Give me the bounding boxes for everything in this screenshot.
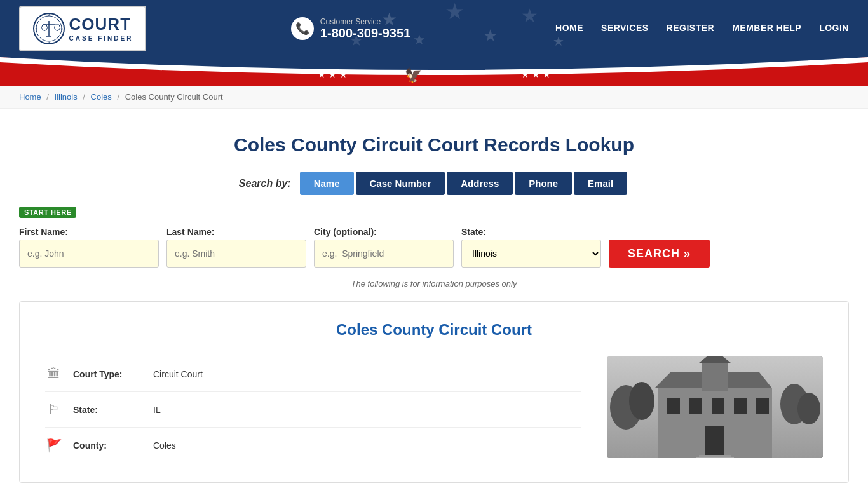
nav-member-help[interactable]: MEMBER HELP <box>732 23 801 34</box>
court-county-icon: 🚩 <box>45 438 63 453</box>
tab-name[interactable]: Name <box>300 172 354 195</box>
first-name-group: First Name: <box>19 227 159 268</box>
court-image <box>607 356 823 458</box>
court-info-title: Coles County Circuit Court <box>45 321 823 339</box>
last-name-label: Last Name: <box>166 227 306 237</box>
svg-text:★: ★ <box>553 34 564 48</box>
search-button[interactable]: SEARCH » <box>609 240 710 268</box>
city-group: City (optional): <box>314 227 454 268</box>
nav-login[interactable]: LOGIN <box>819 23 849 34</box>
city-label: City (optional): <box>314 227 454 237</box>
court-type-label: Court Type: <box>73 369 143 379</box>
svg-text:★: ★ <box>521 5 538 26</box>
city-input[interactable] <box>314 240 454 268</box>
nav-register[interactable]: REGISTER <box>667 23 715 34</box>
logo-case-finder-text: CASE FINDER <box>69 34 133 42</box>
first-name-input[interactable] <box>19 240 159 268</box>
svg-text:★: ★ <box>60 27 64 30</box>
phone-icon: 📞 <box>291 17 314 40</box>
customer-service-phone[interactable]: 1-800-309-9351 <box>320 26 410 41</box>
tab-case-number[interactable]: Case Number <box>356 172 445 195</box>
last-name-input[interactable] <box>166 240 306 268</box>
search-by-row: Search by: Name Case Number Address Phon… <box>19 172 849 195</box>
court-detail-type: 🏛 Court Type: Circuit Court <box>45 356 581 392</box>
svg-text:★: ★ <box>35 27 38 30</box>
site-header: ★ ★ ★ ★ ★ ★ ★ ★ ★ ★ ★ <box>0 0 868 57</box>
court-state-label: State: <box>73 405 143 415</box>
svg-text:★ ★ ★: ★ ★ ★ <box>318 69 348 79</box>
svg-point-35 <box>797 393 820 424</box>
breadcrumb-sep-2: / <box>83 92 85 102</box>
page-title: Coles County Circuit Court Records Looku… <box>19 134 849 156</box>
court-state-icon: 🏳 <box>45 402 63 417</box>
search-by-label: Search by: <box>239 178 291 189</box>
customer-service-label: Customer Service <box>320 17 410 26</box>
start-here-badge: START HERE <box>19 207 76 218</box>
site-logo[interactable]: ★ ★ ★ ★ COURT CASE FINDER <box>19 6 146 51</box>
svg-rect-31 <box>705 426 724 458</box>
court-details-left: 🏛 Court Type: Circuit Court 🏳 State: IL … <box>45 356 581 463</box>
svg-text:★: ★ <box>445 0 465 24</box>
search-form-row: First Name: Last Name: City (optional): … <box>19 227 849 268</box>
breadcrumb: Home / Illinois / Coles / Coles County C… <box>0 86 868 109</box>
court-county-label: County: <box>73 440 143 451</box>
court-detail-state: 🏳 State: IL <box>45 392 581 428</box>
state-select[interactable]: Illinois AlabamaAlaskaArizona ArkansasCa… <box>461 240 601 268</box>
tab-email[interactable]: Email <box>574 172 627 195</box>
court-county-value: Coles <box>153 440 176 451</box>
logo-emblem-icon: ★ ★ ★ ★ <box>32 12 65 45</box>
search-form-wrapper: START HERE First Name: Last Name: City (… <box>19 207 849 268</box>
svg-text:★: ★ <box>483 26 498 45</box>
svg-text:★ ★ ★: ★ ★ ★ <box>521 69 551 79</box>
court-detail-county: 🚩 County: Coles <box>45 428 581 463</box>
main-content: Coles County Circuit Court Records Looku… <box>0 109 868 488</box>
svg-rect-28 <box>712 398 724 414</box>
logo-court-text: COURT <box>69 16 133 32</box>
customer-service: 📞 Customer Service 1-800-309-9351 <box>291 17 410 41</box>
svg-rect-33 <box>696 457 734 458</box>
breadcrumb-home[interactable]: Home <box>19 92 41 102</box>
breadcrumb-sep-3: / <box>117 92 119 102</box>
svg-point-21 <box>629 382 654 420</box>
svg-rect-24 <box>702 363 728 391</box>
last-name-group: Last Name: <box>166 227 306 268</box>
nav-home[interactable]: HOME <box>555 23 583 34</box>
tab-phone[interactable]: Phone <box>515 172 572 195</box>
breadcrumb-coles[interactable]: Coles <box>91 92 112 102</box>
breadcrumb-illinois[interactable]: Illinois <box>55 92 78 102</box>
court-state-value: IL <box>153 405 161 415</box>
court-info-box: Coles County Circuit Court 🏛 Court Type:… <box>19 301 849 483</box>
court-type-icon: 🏛 <box>45 367 63 381</box>
svg-text:🦅: 🦅 <box>405 67 423 84</box>
state-label: State: <box>461 227 601 237</box>
info-note: The following is for information purpose… <box>19 279 849 288</box>
nav-services[interactable]: SERVICES <box>601 23 649 34</box>
main-nav: HOME SERVICES REGISTER MEMBER HELP LOGIN <box>555 23 849 34</box>
court-details: 🏛 Court Type: Circuit Court 🏳 State: IL … <box>45 356 823 463</box>
svg-rect-29 <box>734 398 747 414</box>
state-group: State: Illinois AlabamaAlaskaArizona Ark… <box>461 227 601 268</box>
first-name-label: First Name: <box>19 227 159 237</box>
breadcrumb-sep-1: / <box>46 92 49 102</box>
courthouse-image-svg <box>607 356 823 458</box>
svg-rect-26 <box>667 398 680 414</box>
court-type-value: Circuit Court <box>153 369 203 379</box>
wave-decoration: ★ ★ ★ ★ ★ ★ 🦅 <box>0 57 868 86</box>
svg-text:★: ★ <box>413 32 426 48</box>
svg-rect-27 <box>689 398 702 414</box>
breadcrumb-current: Coles County Circuit Court <box>125 92 223 102</box>
tab-address[interactable]: Address <box>447 172 513 195</box>
svg-rect-30 <box>756 398 769 414</box>
